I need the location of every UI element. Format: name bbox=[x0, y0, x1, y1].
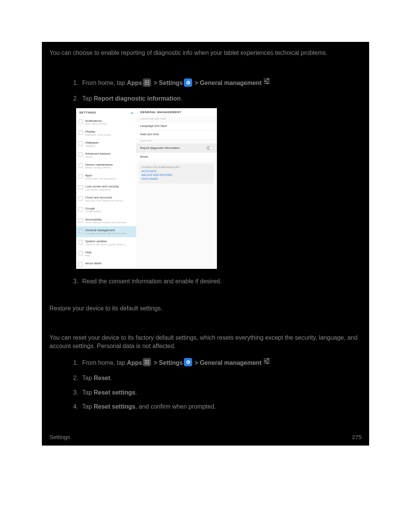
svg-point-28 bbox=[264, 360, 266, 362]
sidebar-item: System updatesCheck for new system updat… bbox=[76, 237, 136, 248]
svg-point-19 bbox=[147, 362, 147, 363]
sidebar-item: Lock screen and securityLock screen, Fin… bbox=[76, 182, 136, 193]
item-icon bbox=[78, 240, 83, 244]
svg-point-4 bbox=[147, 82, 147, 83]
item-icon bbox=[78, 174, 83, 179]
general-management-panel: GENERAL MANAGEMENT LANGUAGE AND TIME Lan… bbox=[136, 108, 217, 269]
panel-header: GENERAL MANAGEMENT bbox=[136, 108, 217, 116]
settings-label: Settings bbox=[159, 80, 183, 86]
svg-point-23 bbox=[148, 363, 149, 364]
sidebar-item: GoogleGoogle settings bbox=[76, 204, 136, 216]
apps-icon bbox=[143, 78, 151, 87]
step-2: Tap Report diagnostic information. bbox=[80, 94, 362, 104]
svg-point-5 bbox=[148, 82, 149, 83]
apps-label: Apps bbox=[127, 80, 142, 86]
item-icon bbox=[78, 218, 83, 223]
footer-page-number: 275 bbox=[352, 434, 362, 440]
svg-point-2 bbox=[148, 81, 149, 81]
footer-section: Settings bbox=[49, 434, 70, 440]
svg-point-1 bbox=[147, 81, 147, 81]
svg-point-17 bbox=[148, 360, 149, 361]
link-accounts: ACCOUNTS bbox=[142, 170, 212, 173]
row-report-diagnostic: Report diagnostic information bbox=[136, 144, 217, 152]
sidebar-item: Device maintenanceBattery, Storage, Memo… bbox=[76, 161, 136, 172]
settings-icon bbox=[184, 78, 192, 87]
step-3: Read the consent information and enable … bbox=[80, 276, 362, 286]
svg-point-22 bbox=[147, 363, 147, 364]
sidebar-item: Cloud and accountsSamsung Cloud, Backup … bbox=[76, 193, 136, 204]
item-icon bbox=[78, 120, 83, 124]
item-icon bbox=[78, 196, 83, 201]
looking-for-box: LOOKING FOR SOMETHING ELSE? ACCOUNTS BAC… bbox=[139, 164, 214, 184]
intro-paragraph: You can choose to enable reporting of di… bbox=[49, 49, 362, 57]
steps-list-2: From home, tap Apps > Settings > General… bbox=[80, 358, 362, 412]
svg-point-3 bbox=[145, 82, 146, 83]
link-data-usage: DATA USAGE bbox=[142, 177, 212, 180]
item-icon bbox=[78, 185, 83, 190]
row-date-time: Date and time bbox=[136, 130, 217, 138]
item-icon bbox=[78, 229, 83, 233]
item-icon bbox=[78, 163, 83, 168]
toggle-icon bbox=[206, 146, 213, 150]
row-reset: Reset bbox=[136, 152, 217, 161]
reset-step-2: Tap Reset. bbox=[80, 373, 362, 383]
svg-point-12 bbox=[268, 78, 269, 80]
svg-point-7 bbox=[147, 84, 147, 85]
svg-point-13 bbox=[264, 81, 266, 82]
sidebar-item: About tablet bbox=[76, 259, 136, 269]
sliders-icon bbox=[263, 357, 271, 368]
sidebar-item: AppsDefault apps, App permissions bbox=[76, 171, 136, 182]
item-icon bbox=[78, 152, 83, 157]
sidebar-item: Advanced featuresGames bbox=[76, 150, 136, 161]
svg-point-21 bbox=[145, 363, 146, 364]
apps-icon bbox=[143, 358, 151, 366]
reset-paragraph: You can reset your device to its factory… bbox=[49, 334, 362, 351]
sidebar-item: NotificationsBlock, allow, prioritize bbox=[76, 117, 136, 128]
general-management-label: General management bbox=[200, 80, 262, 86]
link-backup: BACKUP AND RESTORE bbox=[142, 174, 212, 176]
sidebar-item: WallpaperWallpaper bbox=[76, 139, 136, 150]
svg-point-0 bbox=[145, 81, 146, 81]
row-language-input: Language and input bbox=[136, 121, 217, 130]
page-footer: Settings 275 bbox=[49, 434, 362, 440]
svg-point-16 bbox=[147, 360, 147, 361]
svg-point-27 bbox=[268, 358, 269, 359]
reset-intro: Restore your device to its default setti… bbox=[49, 304, 362, 313]
search-icon: ⌕ bbox=[131, 110, 134, 115]
svg-point-20 bbox=[148, 362, 149, 363]
sidebar-item: AccessibilityVision, Hearing, Dexterity … bbox=[76, 216, 136, 227]
steps-list-1: From home, tap Apps > Settings > General… bbox=[80, 78, 362, 103]
item-icon bbox=[78, 130, 83, 135]
steps-list-1b: Read the consent information and enable … bbox=[80, 276, 362, 286]
item-icon bbox=[78, 251, 83, 256]
document-page: You can choose to enable reporting of di… bbox=[42, 42, 369, 446]
svg-point-29 bbox=[267, 362, 268, 364]
settings-screenshot: SETTINGS ⌕ NotificationsBlock, allow, pr… bbox=[76, 108, 362, 269]
item-icon bbox=[78, 262, 83, 267]
svg-point-8 bbox=[148, 84, 149, 85]
sidebar-item: General managementLanguage and input, Da… bbox=[76, 226, 136, 237]
svg-point-15 bbox=[145, 360, 146, 361]
sliders-icon bbox=[263, 77, 271, 88]
svg-point-14 bbox=[267, 83, 268, 84]
item-icon bbox=[78, 141, 83, 146]
svg-point-6 bbox=[145, 84, 146, 85]
settings-sidebar: SETTINGS ⌕ NotificationsBlock, allow, pr… bbox=[76, 108, 136, 269]
reset-step-4: Tap Reset settings, and confirm when pro… bbox=[80, 402, 362, 412]
reset-step-1: From home, tap Apps > Settings > General… bbox=[80, 358, 362, 369]
item-icon bbox=[78, 207, 83, 212]
svg-point-18 bbox=[145, 362, 146, 363]
sidebar-item: HelpHelp bbox=[76, 248, 136, 259]
reset-step-3: Tap Reset settings. bbox=[80, 388, 362, 398]
settings-icon bbox=[184, 358, 192, 366]
step-1: From home, tap Apps > Settings > General… bbox=[80, 78, 362, 89]
settings-header: SETTINGS bbox=[79, 111, 96, 114]
sidebar-item: DisplayBrightness, Home screen bbox=[76, 128, 136, 139]
